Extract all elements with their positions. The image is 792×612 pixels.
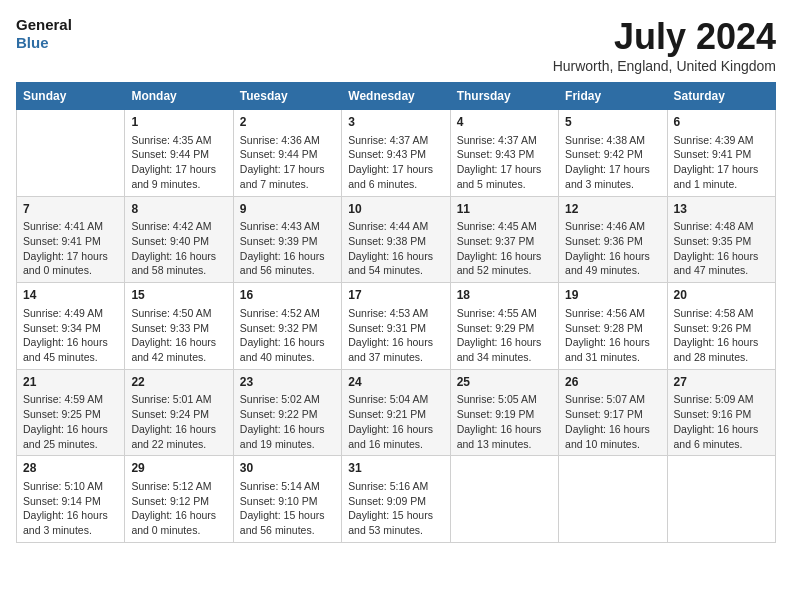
day-cell: 7Sunrise: 4:41 AMSunset: 9:41 PMDaylight…	[17, 196, 125, 283]
day-number: 5	[565, 114, 660, 131]
week-row-3: 14Sunrise: 4:49 AMSunset: 9:34 PMDayligh…	[17, 283, 776, 370]
week-row-4: 21Sunrise: 4:59 AMSunset: 9:25 PMDayligh…	[17, 369, 776, 456]
day-number: 9	[240, 201, 335, 218]
day-info: Sunrise: 4:46 AMSunset: 9:36 PMDaylight:…	[565, 219, 660, 278]
day-info: Sunrise: 4:39 AMSunset: 9:41 PMDaylight:…	[674, 133, 769, 192]
page-header: General Blue July 2024 Hurworth, England…	[16, 16, 776, 74]
day-cell: 6Sunrise: 4:39 AMSunset: 9:41 PMDaylight…	[667, 110, 775, 197]
day-number: 21	[23, 374, 118, 391]
day-cell: 17Sunrise: 4:53 AMSunset: 9:31 PMDayligh…	[342, 283, 450, 370]
day-cell: 23Sunrise: 5:02 AMSunset: 9:22 PMDayligh…	[233, 369, 341, 456]
day-number: 26	[565, 374, 660, 391]
day-cell: 26Sunrise: 5:07 AMSunset: 9:17 PMDayligh…	[559, 369, 667, 456]
day-info: Sunrise: 5:02 AMSunset: 9:22 PMDaylight:…	[240, 392, 335, 451]
day-number: 7	[23, 201, 118, 218]
day-info: Sunrise: 5:05 AMSunset: 9:19 PMDaylight:…	[457, 392, 552, 451]
logo-text: General Blue	[16, 16, 72, 52]
day-info: Sunrise: 5:07 AMSunset: 9:17 PMDaylight:…	[565, 392, 660, 451]
day-info: Sunrise: 4:37 AMSunset: 9:43 PMDaylight:…	[348, 133, 443, 192]
day-info: Sunrise: 5:09 AMSunset: 9:16 PMDaylight:…	[674, 392, 769, 451]
day-number: 11	[457, 201, 552, 218]
day-cell: 12Sunrise: 4:46 AMSunset: 9:36 PMDayligh…	[559, 196, 667, 283]
day-info: Sunrise: 4:59 AMSunset: 9:25 PMDaylight:…	[23, 392, 118, 451]
col-header-tuesday: Tuesday	[233, 83, 341, 110]
month-title: July 2024	[553, 16, 776, 58]
day-info: Sunrise: 4:55 AMSunset: 9:29 PMDaylight:…	[457, 306, 552, 365]
day-cell: 31Sunrise: 5:16 AMSunset: 9:09 PMDayligh…	[342, 456, 450, 543]
location: Hurworth, England, United Kingdom	[553, 58, 776, 74]
day-number: 25	[457, 374, 552, 391]
day-info: Sunrise: 5:04 AMSunset: 9:21 PMDaylight:…	[348, 392, 443, 451]
day-number: 30	[240, 460, 335, 477]
week-row-5: 28Sunrise: 5:10 AMSunset: 9:14 PMDayligh…	[17, 456, 776, 543]
day-cell: 24Sunrise: 5:04 AMSunset: 9:21 PMDayligh…	[342, 369, 450, 456]
logo: General Blue	[16, 16, 72, 52]
day-info: Sunrise: 4:50 AMSunset: 9:33 PMDaylight:…	[131, 306, 226, 365]
day-cell: 4Sunrise: 4:37 AMSunset: 9:43 PMDaylight…	[450, 110, 558, 197]
day-cell: 25Sunrise: 5:05 AMSunset: 9:19 PMDayligh…	[450, 369, 558, 456]
day-cell: 29Sunrise: 5:12 AMSunset: 9:12 PMDayligh…	[125, 456, 233, 543]
day-cell: 3Sunrise: 4:37 AMSunset: 9:43 PMDaylight…	[342, 110, 450, 197]
day-number: 20	[674, 287, 769, 304]
day-info: Sunrise: 4:45 AMSunset: 9:37 PMDaylight:…	[457, 219, 552, 278]
day-cell: 13Sunrise: 4:48 AMSunset: 9:35 PMDayligh…	[667, 196, 775, 283]
day-info: Sunrise: 4:49 AMSunset: 9:34 PMDaylight:…	[23, 306, 118, 365]
col-header-saturday: Saturday	[667, 83, 775, 110]
day-info: Sunrise: 4:43 AMSunset: 9:39 PMDaylight:…	[240, 219, 335, 278]
col-header-wednesday: Wednesday	[342, 83, 450, 110]
day-number: 3	[348, 114, 443, 131]
day-info: Sunrise: 4:41 AMSunset: 9:41 PMDaylight:…	[23, 219, 118, 278]
day-number: 4	[457, 114, 552, 131]
title-block: July 2024 Hurworth, England, United King…	[553, 16, 776, 74]
day-cell	[559, 456, 667, 543]
day-number: 1	[131, 114, 226, 131]
day-cell: 20Sunrise: 4:58 AMSunset: 9:26 PMDayligh…	[667, 283, 775, 370]
day-info: Sunrise: 5:14 AMSunset: 9:10 PMDaylight:…	[240, 479, 335, 538]
day-number: 2	[240, 114, 335, 131]
day-number: 16	[240, 287, 335, 304]
day-number: 29	[131, 460, 226, 477]
day-info: Sunrise: 5:10 AMSunset: 9:14 PMDaylight:…	[23, 479, 118, 538]
day-number: 13	[674, 201, 769, 218]
day-info: Sunrise: 4:52 AMSunset: 9:32 PMDaylight:…	[240, 306, 335, 365]
day-cell: 21Sunrise: 4:59 AMSunset: 9:25 PMDayligh…	[17, 369, 125, 456]
day-info: Sunrise: 4:58 AMSunset: 9:26 PMDaylight:…	[674, 306, 769, 365]
day-number: 6	[674, 114, 769, 131]
logo-general: General	[16, 16, 72, 34]
day-number: 31	[348, 460, 443, 477]
day-number: 19	[565, 287, 660, 304]
day-info: Sunrise: 4:42 AMSunset: 9:40 PMDaylight:…	[131, 219, 226, 278]
day-cell	[17, 110, 125, 197]
day-cell: 22Sunrise: 5:01 AMSunset: 9:24 PMDayligh…	[125, 369, 233, 456]
day-cell: 27Sunrise: 5:09 AMSunset: 9:16 PMDayligh…	[667, 369, 775, 456]
day-info: Sunrise: 4:56 AMSunset: 9:28 PMDaylight:…	[565, 306, 660, 365]
day-cell: 19Sunrise: 4:56 AMSunset: 9:28 PMDayligh…	[559, 283, 667, 370]
day-cell: 16Sunrise: 4:52 AMSunset: 9:32 PMDayligh…	[233, 283, 341, 370]
day-number: 15	[131, 287, 226, 304]
day-cell: 18Sunrise: 4:55 AMSunset: 9:29 PMDayligh…	[450, 283, 558, 370]
day-number: 23	[240, 374, 335, 391]
col-header-thursday: Thursday	[450, 83, 558, 110]
day-info: Sunrise: 4:38 AMSunset: 9:42 PMDaylight:…	[565, 133, 660, 192]
day-cell: 14Sunrise: 4:49 AMSunset: 9:34 PMDayligh…	[17, 283, 125, 370]
day-info: Sunrise: 4:35 AMSunset: 9:44 PMDaylight:…	[131, 133, 226, 192]
week-row-1: 1Sunrise: 4:35 AMSunset: 9:44 PMDaylight…	[17, 110, 776, 197]
col-header-sunday: Sunday	[17, 83, 125, 110]
col-header-friday: Friday	[559, 83, 667, 110]
logo-blue: Blue	[16, 34, 72, 52]
day-info: Sunrise: 5:16 AMSunset: 9:09 PMDaylight:…	[348, 479, 443, 538]
day-cell: 1Sunrise: 4:35 AMSunset: 9:44 PMDaylight…	[125, 110, 233, 197]
day-info: Sunrise: 4:37 AMSunset: 9:43 PMDaylight:…	[457, 133, 552, 192]
day-info: Sunrise: 5:12 AMSunset: 9:12 PMDaylight:…	[131, 479, 226, 538]
day-number: 27	[674, 374, 769, 391]
day-number: 18	[457, 287, 552, 304]
day-cell: 15Sunrise: 4:50 AMSunset: 9:33 PMDayligh…	[125, 283, 233, 370]
day-number: 14	[23, 287, 118, 304]
day-cell: 8Sunrise: 4:42 AMSunset: 9:40 PMDaylight…	[125, 196, 233, 283]
day-cell	[667, 456, 775, 543]
day-cell: 5Sunrise: 4:38 AMSunset: 9:42 PMDaylight…	[559, 110, 667, 197]
day-number: 28	[23, 460, 118, 477]
day-info: Sunrise: 4:44 AMSunset: 9:38 PMDaylight:…	[348, 219, 443, 278]
day-number: 10	[348, 201, 443, 218]
day-cell: 10Sunrise: 4:44 AMSunset: 9:38 PMDayligh…	[342, 196, 450, 283]
